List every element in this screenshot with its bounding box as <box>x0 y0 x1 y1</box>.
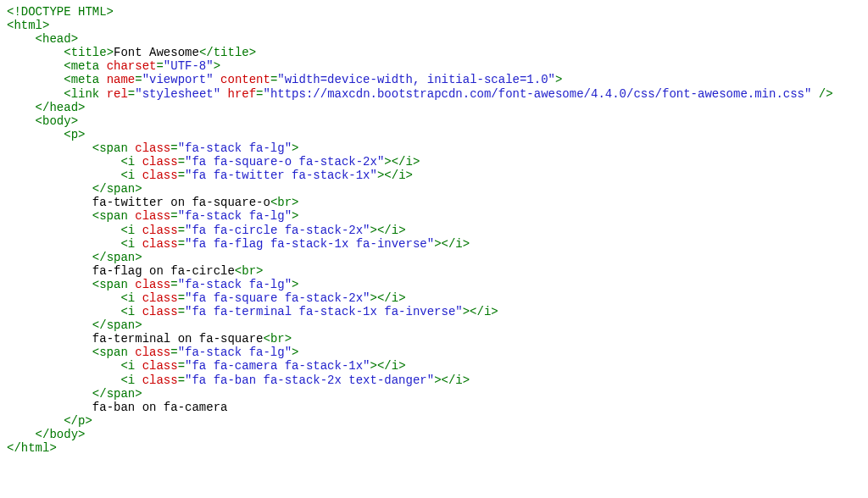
attr-rel: rel <box>107 87 128 101</box>
text-content: fa-ban on fa-camera <box>92 401 228 414</box>
tag-open-bracket: < <box>263 332 270 346</box>
tag-link: link <box>71 87 100 101</box>
equals: = <box>128 87 135 101</box>
tag-open-bracket: < <box>7 305 128 318</box>
attr-value: "fa-stack fa-lg" <box>178 346 292 359</box>
tag-close-bracket: > <box>71 32 78 46</box>
equals: = <box>170 346 177 359</box>
equals: = <box>170 209 177 223</box>
tag-close-bracket: ></ <box>370 291 392 305</box>
tag-body: body <box>49 428 78 441</box>
equals: = <box>178 374 185 387</box>
tag-span: span <box>99 278 128 291</box>
space <box>135 224 142 237</box>
indent <box>7 332 92 346</box>
tag-i: i <box>128 374 135 387</box>
attr-value: "fa fa-terminal fa-stack-1x fa-inverse" <box>185 305 463 318</box>
attr-href: href <box>228 87 257 101</box>
tag-open-bracket: </ <box>7 251 107 264</box>
space <box>135 155 142 169</box>
space <box>135 169 142 182</box>
title-text: Font Awesome <box>114 46 199 59</box>
tag-i: i <box>128 224 135 237</box>
tag-open-bracket: </ <box>7 101 49 114</box>
attr-value: "fa fa-flag fa-stack-1x fa-inverse" <box>185 237 434 251</box>
tag-close-bracket: > <box>78 428 85 441</box>
equals: = <box>178 237 185 251</box>
tag-close-bracket: > <box>406 169 413 182</box>
tag-close-bracket: > <box>135 182 142 196</box>
tag-open-bracket: < <box>7 87 71 101</box>
tag-br: br <box>277 196 292 209</box>
equals: = <box>170 278 177 291</box>
tag-close-bracket: > <box>491 305 498 318</box>
attr-class: class <box>142 359 178 373</box>
space <box>128 278 135 291</box>
tag-close-bracket: > <box>398 291 405 305</box>
tag-close-bracket: > <box>42 19 49 32</box>
attr-class: class <box>142 169 178 182</box>
tag-close-bracket: > <box>292 196 298 209</box>
tag-open-bracket: < <box>7 278 99 291</box>
attr-class: class <box>135 141 170 155</box>
tag-close-bracket: ></ <box>370 224 392 237</box>
equals: = <box>178 305 185 318</box>
space <box>99 59 106 73</box>
space <box>135 291 142 305</box>
tag-close-bracket: ></ <box>384 155 405 169</box>
tag-close-bracket: > <box>292 209 298 223</box>
tag-open-bracket: </ <box>199 46 214 59</box>
attr-class: class <box>142 305 178 318</box>
tag-i: i <box>392 291 398 305</box>
tag-open-bracket: < <box>235 264 242 278</box>
equals: = <box>178 169 185 182</box>
tag-close-bracket: > <box>555 73 562 86</box>
tag-body: body <box>42 114 71 128</box>
attr-value: "fa fa-square-o fa-stack-2x" <box>185 155 384 169</box>
tag-open-bracket: </ <box>7 414 78 428</box>
attr-value: "fa fa-square fa-stack-2x" <box>185 291 370 305</box>
tag-open-bracket: < <box>7 237 128 251</box>
tag-close-bracket: > <box>107 46 114 59</box>
tag-open-bracket: </ <box>7 441 21 455</box>
tag-i: i <box>128 359 135 373</box>
space <box>128 141 135 155</box>
tag-title: title <box>214 46 249 59</box>
tag-close-bracket: > <box>292 141 298 155</box>
tag-br: br <box>270 332 285 346</box>
space <box>220 87 227 101</box>
indent <box>7 401 92 414</box>
tag-head: head <box>49 101 78 114</box>
attr-value: "fa fa-camera fa-stack-1x" <box>185 359 370 373</box>
attr-value: "fa-stack fa-lg" <box>178 141 292 155</box>
tag-close-bracket: ></ <box>434 237 455 251</box>
attr-value: "width=device-width, initial-scale=1.0" <box>277 73 555 86</box>
tag-i: i <box>128 155 135 169</box>
tag-span: span <box>107 182 136 196</box>
tag-close-bracket: > <box>78 101 85 114</box>
space <box>135 359 142 373</box>
tag-title: title <box>71 46 107 59</box>
tag-i: i <box>128 291 135 305</box>
tag-open-bracket: < <box>7 169 128 182</box>
tag-i: i <box>455 374 462 387</box>
attr-class: class <box>135 209 170 223</box>
tag-close-bracket: > <box>78 128 85 141</box>
tag-p: p <box>71 128 78 141</box>
equals: = <box>178 155 185 169</box>
tag-close-bracket: > <box>413 155 420 169</box>
space <box>128 209 135 223</box>
tag-close-bracket: > <box>292 278 298 291</box>
tag-close-bracket: > <box>398 359 405 373</box>
tag-html: html <box>21 441 50 455</box>
tag-close-bracket: > <box>249 46 256 59</box>
tag-close-bracket: > <box>292 346 298 359</box>
space <box>214 73 220 86</box>
attr-class: class <box>142 155 178 169</box>
tag-open-bracket: </ <box>7 387 107 401</box>
attr-value: "stylesheet" <box>135 87 220 101</box>
tag-open-bracket: < <box>7 46 71 59</box>
tag-open-bracket: < <box>7 155 128 169</box>
tag-open-bracket: < <box>7 73 71 86</box>
tag-br: br <box>242 264 256 278</box>
